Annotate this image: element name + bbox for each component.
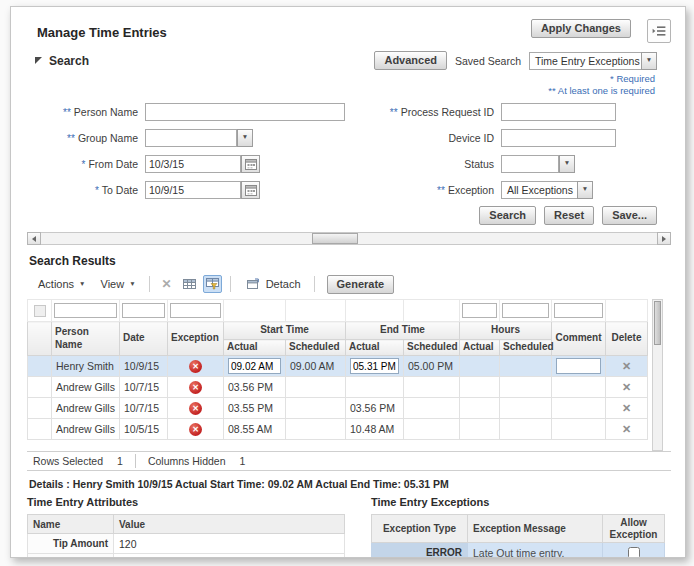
filter-hours-actual-input[interactable] <box>462 303 497 318</box>
group-name-row: **Group Name ▼ <box>27 128 359 147</box>
filter-person-input[interactable] <box>54 303 117 318</box>
end-actual-input[interactable] <box>350 358 399 374</box>
scrollbar-thumb[interactable] <box>312 233 358 244</box>
end-time-group-header[interactable]: End Time <box>346 322 460 340</box>
scroll-left-button[interactable] <box>27 232 41 245</box>
device-id-input[interactable] <box>501 129 616 147</box>
filter-comment-input[interactable] <box>554 303 603 318</box>
comment-cell <box>552 419 606 440</box>
end-scheduled-column-header[interactable]: Scheduled <box>404 340 460 356</box>
hours-group-header[interactable]: Hours <box>460 322 552 340</box>
person-name-column-header[interactable]: Person Name <box>52 322 120 356</box>
delete-row-icon[interactable]: ✕ <box>622 423 631 435</box>
delete-cell: ✕ <box>606 419 648 440</box>
start-actual-input[interactable] <box>228 358 281 374</box>
start-time-group-header[interactable]: Start Time <box>224 322 346 340</box>
process-request-id-input[interactable] <box>501 103 616 121</box>
end-scheduled-cell <box>404 398 460 419</box>
panel-drawer-button[interactable] <box>647 19 671 43</box>
detach-button[interactable]: Detach <box>239 274 306 294</box>
filter-exception-input[interactable] <box>170 303 221 318</box>
table-vertical-scrollbar[interactable] <box>652 299 663 451</box>
delete-row-icon[interactable]: ✕ <box>622 360 631 372</box>
exception-dropdown-button[interactable]: ▼ <box>577 181 593 199</box>
exception-column-header[interactable]: Exception <box>168 322 224 356</box>
actions-menu-button[interactable]: Actions ▼ <box>33 276 91 292</box>
grid-icon[interactable] <box>181 276 198 292</box>
required-marker: ** <box>67 133 75 144</box>
to-date-label: *To Date <box>27 184 145 196</box>
end-scheduled-cell: 05.00 PM <box>404 356 460 377</box>
person-name-input[interactable] <box>145 103 345 121</box>
delete-icon[interactable]: ✕ <box>158 277 176 291</box>
calendar-icon <box>245 158 257 170</box>
apply-changes-button[interactable]: Apply Changes <box>531 19 631 38</box>
status-input[interactable] <box>501 155 559 173</box>
table-scrollbar-thumb[interactable] <box>654 301 661 345</box>
start-scheduled-cell <box>286 419 346 440</box>
comment-column-header[interactable]: Comment <box>552 322 606 356</box>
save-button[interactable]: Save... <box>602 206 657 225</box>
filter-hours-scheduled-input[interactable] <box>502 303 549 318</box>
query-by-example-icon[interactable] <box>203 275 222 293</box>
hours-actual-cell <box>460 419 500 440</box>
table-row[interactable]: Andrew Gills 10/5/15 ✕ 08.55 AM 10.48 AM… <box>28 419 648 440</box>
from-date-input[interactable] <box>145 155 241 173</box>
end-actual-cell: 03.56 PM <box>346 398 404 419</box>
start-scheduled-column-header[interactable]: Scheduled <box>286 340 346 356</box>
delete-column-header[interactable]: Delete <box>606 322 648 356</box>
saved-search-select[interactable]: Time Entry Exceptions ▼ <box>529 52 657 70</box>
exception-select[interactable]: All Exceptions ▼ <box>501 181 593 199</box>
search-button[interactable]: Search <box>479 206 536 225</box>
process-request-id-row: **Process Request ID <box>359 102 671 121</box>
delete-row-icon[interactable]: ✕ <box>622 381 631 393</box>
scroll-right-button[interactable] <box>657 232 671 245</box>
view-menu-button[interactable]: View ▼ <box>96 276 141 292</box>
hours-actual-column-header[interactable]: Actual <box>460 340 500 356</box>
comment-input[interactable] <box>556 358 601 374</box>
status-dropdown-button[interactable]: ▼ <box>559 155 575 173</box>
exception-row[interactable]: ERROR Late Out time entry. <box>372 543 665 559</box>
table-row[interactable]: Andrew Gills 10/7/15 ✕ 03.55 PM 03.56 PM… <box>28 398 648 419</box>
person-name-label-text: Person Name <box>74 106 138 118</box>
scrollbar-track[interactable] <box>41 232 657 245</box>
group-name-dropdown-button[interactable]: ▼ <box>237 129 253 147</box>
chevron-down-icon: ▼ <box>79 281 85 288</box>
rows-selected-count: 1 <box>117 455 123 467</box>
exception-message-header: Exception Message <box>468 515 603 543</box>
search-form-left-column: **Person Name **Group Name ▼ *From Date … <box>27 102 359 199</box>
search-section-header[interactable]: Search <box>35 54 89 68</box>
search-results-title: Search Results <box>29 254 671 268</box>
calendar-icon <box>245 184 257 196</box>
person-name-row: **Person Name <box>27 102 359 121</box>
search-horizontal-scrollbar[interactable] <box>27 232 671 245</box>
start-actual-column-header[interactable]: Actual <box>224 340 286 356</box>
exceptions-panel-title: Time Entry Exceptions <box>371 496 665 508</box>
hours-actual-cell <box>460 398 500 419</box>
chevron-down-icon: ▼ <box>646 57 652 64</box>
date-column-header[interactable]: Date <box>120 322 168 356</box>
generate-button[interactable]: Generate <box>327 275 395 294</box>
to-date-input[interactable] <box>145 181 241 199</box>
to-date-calendar-button[interactable] <box>241 181 260 199</box>
search-buttons: Search Reset Save... <box>27 206 671 225</box>
delete-row-icon[interactable]: ✕ <box>622 402 631 414</box>
table-row[interactable]: Henry Smith 10/9/15 ✕ 09.00 AM 05.00 PM … <box>28 356 648 377</box>
attribute-row[interactable]: Payroll Time T... ZOTL_Regular <box>28 554 345 559</box>
hours-scheduled-column-header[interactable]: Scheduled <box>500 340 552 356</box>
allow-exception-checkbox[interactable] <box>628 547 640 558</box>
end-actual-column-header[interactable]: Actual <box>346 340 404 356</box>
from-date-calendar-button[interactable] <box>241 155 260 173</box>
saved-search-dropdown-button[interactable]: ▼ <box>641 52 657 70</box>
exception-row: **Exception All Exceptions ▼ <box>359 180 671 199</box>
search-section-title: Search <box>49 54 89 68</box>
table-row[interactable]: Andrew Gills 10/7/15 ✕ 03.56 PM ✕ <box>28 377 648 398</box>
exceptions-header-row: Exception Type Exception Message Allow E… <box>372 515 665 543</box>
allow-exception-cell <box>603 543 665 559</box>
attribute-row[interactable]: Tip Amount 120 <box>28 534 345 554</box>
search-disclosure-triangle-icon <box>35 57 42 64</box>
reset-button[interactable]: Reset <box>544 206 594 225</box>
filter-date-input[interactable] <box>122 303 165 318</box>
group-name-input[interactable] <box>145 129 237 147</box>
advanced-button[interactable]: Advanced <box>374 51 447 70</box>
